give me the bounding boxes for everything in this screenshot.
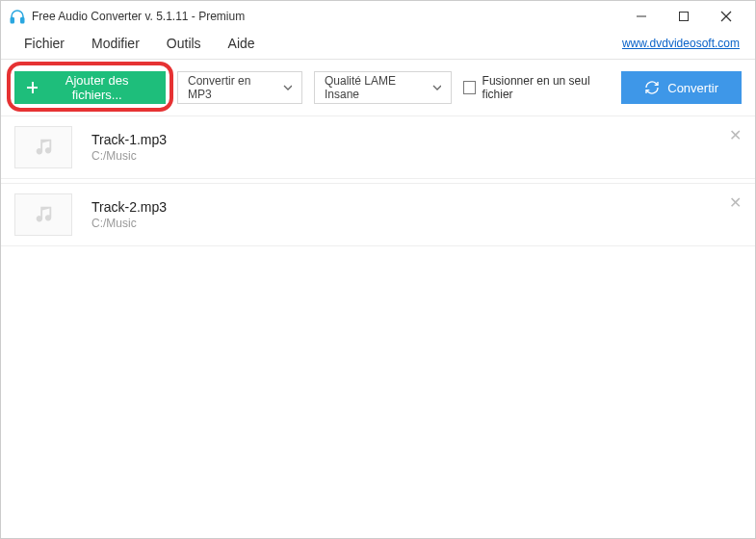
maximize-button[interactable] [663, 3, 705, 30]
svg-rect-0 [11, 18, 13, 23]
menu-aide[interactable]: Aide [215, 32, 269, 55]
convert-button[interactable]: Convertir [621, 71, 742, 104]
track-name: Track-1.mp3 [91, 132, 167, 147]
audio-thumbnail [14, 126, 72, 168]
plus-icon [26, 81, 38, 94]
close-button[interactable] [705, 3, 747, 30]
vendor-link[interactable]: www.dvdvideosoft.com [622, 37, 745, 50]
music-note-icon [33, 137, 54, 158]
minimize-button[interactable] [620, 3, 663, 30]
format-select[interactable]: Convertir en MP3 [177, 71, 302, 104]
svg-rect-3 [680, 13, 689, 21]
list-item[interactable]: Track-2.mp3 C:/Music ✕ [1, 183, 755, 246]
add-files-label: Ajouter des fichiers... [45, 73, 148, 102]
list-item[interactable]: Track-1.mp3 C:/Music ✕ [1, 116, 755, 179]
menubar: Fichier Modifier Outils Aide www.dvdvide… [1, 32, 755, 59]
close-icon: ✕ [729, 127, 742, 143]
checkbox-box-icon [463, 81, 476, 94]
track-info: Track-1.mp3 C:/Music [91, 132, 167, 163]
maximize-icon [678, 11, 690, 22]
minimize-icon [636, 11, 647, 22]
track-path: C:/Music [91, 217, 167, 230]
menu-modifier[interactable]: Modifier [78, 32, 153, 55]
track-path: C:/Music [91, 149, 167, 163]
refresh-icon [644, 80, 660, 95]
quality-select-value: Qualité LAME Insane [325, 74, 423, 101]
titlebar: Free Audio Converter v. 5.1.11 - Premium [1, 1, 755, 32]
remove-track-button[interactable]: ✕ [729, 126, 742, 144]
menu-fichier[interactable]: Fichier [11, 32, 78, 55]
chevron-down-icon [283, 85, 292, 90]
quality-select[interactable]: Qualité LAME Insane [314, 71, 452, 104]
track-list: Track-1.mp3 C:/Music ✕ Track-2.mp3 C:/Mu… [1, 116, 755, 246]
window-title: Free Audio Converter v. 5.1.11 - Premium [32, 10, 245, 23]
convert-label: Convertir [667, 81, 718, 95]
audio-thumbnail [14, 193, 72, 236]
chevron-down-icon [432, 85, 441, 90]
add-files-highlight-wrap: Ajouter des fichiers... [14, 71, 166, 104]
track-info: Track-2.mp3 C:/Music [91, 199, 167, 230]
add-files-button[interactable]: Ajouter des fichiers... [14, 71, 166, 104]
svg-rect-1 [21, 18, 24, 23]
close-icon [720, 11, 732, 22]
headphones-icon [9, 8, 26, 25]
toolbar: Ajouter des fichiers... Convertir en MP3… [1, 60, 755, 116]
close-icon: ✕ [729, 194, 742, 211]
format-select-value: Convertir en MP3 [188, 74, 274, 101]
track-name: Track-2.mp3 [91, 199, 167, 215]
remove-track-button[interactable]: ✕ [729, 193, 742, 212]
music-note-icon [33, 204, 54, 225]
merge-checkbox[interactable]: Fusionner en un seul fichier [463, 74, 610, 101]
menu-outils[interactable]: Outils [153, 32, 215, 55]
merge-label: Fusionner en un seul fichier [482, 74, 611, 101]
